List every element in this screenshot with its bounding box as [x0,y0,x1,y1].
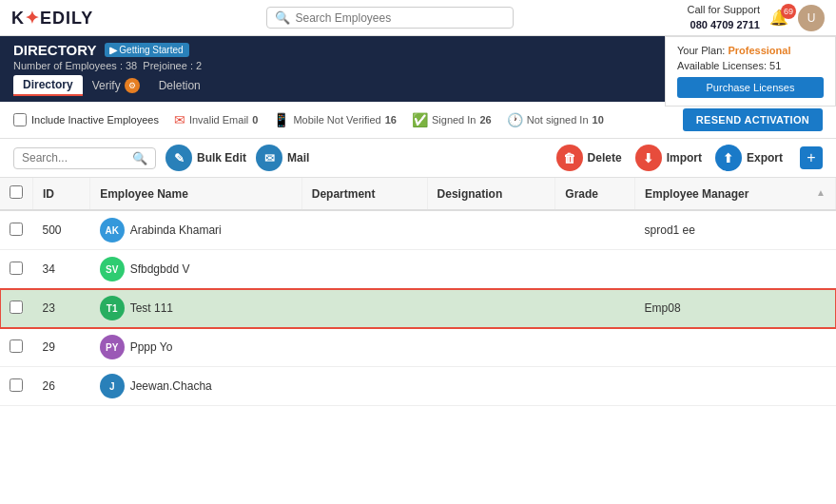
notification-badge: 69 [781,4,796,19]
import-icon: ⬇ [635,145,662,171]
row-checkbox-cell [0,210,33,250]
bulk-edit-icon: ✎ [165,145,192,171]
row-checkbox[interactable] [10,378,23,392]
scroll-up-indicator: ▲ [816,187,826,198]
row-checkbox-cell [0,289,33,328]
row-designation [427,210,555,250]
support-info: Call for Support 080 4709 2711 [688,3,760,32]
verify-badge: ⚙ [125,78,140,93]
row-manager: sprod1 ee [635,210,836,250]
support-phone: 080 4709 2711 [688,18,760,32]
row-department [301,367,427,406]
row-id: 29 [33,328,90,367]
mail-button[interactable]: ✉ Mail [256,145,309,171]
logo: K✦EDILY [11,8,93,29]
employee-name: Pppp Yo [130,340,173,354]
header-employee-name: Employee Name [90,178,302,210]
import-button[interactable]: ⬇ Import [635,145,702,171]
filter-bar: Include Inactive Employees ✉ Invalid Ema… [0,102,836,139]
select-all-checkbox[interactable] [10,185,23,199]
employee-name: Test 111 [130,301,173,315]
employee-name: Sfbdgbdd V [130,262,190,276]
email-icon: ✉ [174,112,185,127]
row-employee-name: T1 Test 111 [90,289,302,328]
row-grade [555,328,635,367]
row-department [301,250,427,289]
row-id: 26 [33,367,90,406]
row-id: 34 [33,250,90,289]
employee-avatar: T1 [100,296,125,320]
row-designation [427,367,555,406]
tab-directory[interactable]: Directory [13,75,83,96]
navbar: K✦EDILY 🔍 Call for Support 080 4709 2711… [0,0,836,36]
search-icon: 🔍 [275,10,290,25]
row-checkbox[interactable] [10,300,23,314]
table-row: 23 T1 Test 111 Emp08 [0,289,836,328]
row-checkbox-cell [0,367,33,406]
row-employee-name: PY Pppp Yo [90,328,302,367]
row-grade [555,367,635,406]
bulk-edit-button[interactable]: ✎ Bulk Edit [165,145,246,171]
row-grade [555,289,635,328]
employee-search[interactable]: 🔍 [13,147,156,169]
delete-button[interactable]: 🗑 Delete [556,145,622,171]
row-employee-name: SV Sfbdgbdd V [90,250,302,289]
mail-icon: ✉ [256,145,282,171]
action-right: 🗑 Delete ⬇ Import ⬆ Export + [556,145,823,171]
purchase-licenses-button[interactable]: Purchase Licenses [677,77,824,98]
banner-tabs: Directory Verify ⚙ Deletion [13,75,210,96]
employee-avatar: J [100,374,125,398]
row-grade [555,210,635,250]
row-checkbox[interactable] [10,262,23,275]
header-grade: Grade [555,178,635,210]
row-id: 23 [33,289,90,328]
banner-left: DIRECTORY ▶ ▶ Getting Started Number of … [13,42,210,96]
row-department [301,328,427,367]
row-designation [427,328,555,367]
employee-search-input[interactable] [22,151,132,165]
employee-avatar: SV [100,257,125,281]
row-manager [635,250,836,289]
tab-deletion[interactable]: Deletion [149,76,210,95]
resend-activation-button[interactable]: RESEND ACTIVATION [683,108,823,131]
notification-bell[interactable]: 🔔 69 [769,9,788,27]
employee-table-container: ID Employee Name Department Designation … [0,178,836,504]
plan-panel: Your Plan: Professional Available Licens… [665,36,836,107]
row-checkbox[interactable] [10,223,23,236]
header-checkbox-col [0,178,33,210]
global-search-bar[interactable]: 🔍 [266,7,514,29]
signed-in-icon: ✅ [412,112,428,127]
table-row: 26 J Jeewan.Chacha [0,367,836,406]
inactive-employees-filter[interactable]: Include Inactive Employees [13,113,159,126]
row-employee-name: AK Arabinda Khamari [90,210,302,250]
table-row: 500 AK Arabinda Khamari sprod1 ee [0,210,836,250]
mobile-not-verified-filter: 📱 Mobile Not Verified 16 [273,112,397,127]
table-row: 29 PY Pppp Yo [0,328,836,367]
row-grade [555,250,635,289]
row-checkbox-cell [0,328,33,367]
avatar[interactable]: U [798,5,825,31]
banner-title-row: DIRECTORY ▶ ▶ Getting Started [13,42,210,58]
row-id: 500 [33,210,90,250]
row-manager [635,328,836,367]
search-field-icon: 🔍 [132,151,147,165]
getting-started-badge[interactable]: ▶ ▶ Getting Started [105,43,189,57]
row-employee-name: J Jeewan.Chacha [90,367,302,406]
plan-name: Professional [728,45,790,56]
table-row: 34 SV Sfbdgbdd V [0,250,836,289]
tab-verify[interactable]: Verify ⚙ [83,75,149,96]
row-checkbox[interactable] [10,339,23,353]
table-body: 500 AK Arabinda Khamari sprod1 ee 34 SV … [0,210,836,406]
row-manager: Emp08 [635,289,836,328]
header-department: Department [301,178,427,210]
header-manager: Employee Manager ▲ [635,178,836,210]
nav-right: Call for Support 080 4709 2711 🔔 69 U [688,3,825,32]
add-column-button[interactable]: + [800,146,823,169]
global-search-input[interactable] [295,11,505,25]
export-icon: ⬆ [715,145,742,171]
row-checkbox-cell [0,250,33,289]
export-button[interactable]: ⬆ Export [715,145,783,171]
header-designation: Designation [427,178,555,210]
inactive-checkbox[interactable] [13,113,27,126]
employee-avatar: AK [100,218,125,242]
